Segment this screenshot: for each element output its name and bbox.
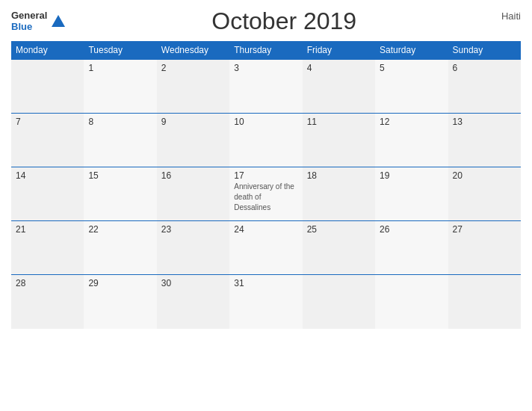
calendar-week-row: 123456 [11, 60, 521, 114]
day-number: 12 [380, 117, 443, 127]
calendar-cell [375, 275, 448, 329]
day-number: 2 [161, 63, 225, 73]
day-number: 14 [16, 170, 79, 181]
day-number: 5 [380, 63, 443, 73]
col-header-saturday: Saturday [375, 41, 448, 60]
calendar-week-row: 28293031 [11, 275, 521, 329]
calendar-cell: 23 [157, 221, 229, 275]
event-label: Anniversary of the death of Dessalines [234, 182, 294, 211]
logo: General Blue [11, 10, 66, 32]
calendar-cell: 11 [303, 114, 375, 167]
calendar-cell: 30 [157, 275, 229, 329]
calendar-cell: 8 [84, 114, 156, 167]
calendar-cell: 5 [375, 60, 448, 114]
calendar-header-row: MondayTuesdayWednesdayThursdayFridaySatu… [11, 41, 521, 60]
calendar-cell: 13 [448, 114, 521, 167]
calendar-cell: 19 [375, 167, 448, 221]
col-header-wednesday: Wednesday [157, 41, 229, 60]
day-number: 25 [307, 224, 371, 235]
day-number: 13 [453, 117, 516, 127]
calendar-cell: 14 [11, 167, 84, 221]
day-number: 27 [453, 224, 516, 235]
day-number: 6 [453, 63, 516, 73]
calendar-cell: 24 [229, 221, 302, 275]
day-number: 9 [161, 117, 225, 127]
day-number: 10 [234, 117, 297, 127]
calendar-cell: 31 [229, 275, 302, 329]
day-number: 28 [16, 278, 79, 288]
calendar-cell: 12 [375, 114, 448, 167]
day-number: 31 [234, 278, 297, 288]
calendar-cell: 20 [448, 167, 521, 221]
day-number: 26 [380, 224, 443, 235]
header: General Blue October 2019 Haiti [11, 7, 521, 35]
calendar-cell [448, 275, 521, 329]
calendar-cell [303, 275, 375, 329]
day-number: 24 [234, 224, 297, 235]
day-number: 8 [88, 117, 152, 127]
calendar-cell: 27 [448, 221, 521, 275]
calendar-cell: 2 [157, 60, 229, 114]
calendar-cell: 4 [303, 60, 375, 114]
calendar-cell [11, 60, 84, 114]
day-number: 22 [88, 224, 152, 235]
day-number: 4 [307, 63, 371, 73]
calendar-cell: 9 [157, 114, 229, 167]
country-label: Haiti [501, 7, 521, 22]
calendar-cell: 22 [84, 221, 156, 275]
logo-icon [50, 13, 66, 30]
day-number: 17 [234, 170, 297, 181]
col-header-thursday: Thursday [229, 41, 302, 60]
calendar-cell: 28 [11, 275, 84, 329]
svg-marker-0 [52, 15, 65, 27]
logo-blue-text: Blue [11, 22, 32, 32]
calendar-cell: 15 [84, 167, 156, 221]
day-number: 29 [88, 278, 152, 288]
col-header-friday: Friday [303, 41, 375, 60]
day-number: 18 [307, 170, 371, 181]
calendar-cell: 3 [229, 60, 302, 114]
calendar-cell: 17Anniversary of the death of Dessalines [229, 167, 302, 221]
calendar-cell: 7 [11, 114, 84, 167]
calendar-week-row: 78910111213 [11, 114, 521, 167]
day-number: 23 [161, 224, 225, 235]
calendar-title: October 2019 [66, 7, 501, 35]
calendar-cell: 26 [375, 221, 448, 275]
col-header-monday: Monday [11, 41, 84, 60]
logo-general-text: General [11, 10, 47, 21]
day-number: 7 [16, 117, 79, 127]
calendar-cell: 25 [303, 221, 375, 275]
day-number: 15 [88, 170, 152, 181]
calendar-week-row: 14151617Anniversary of the death of Dess… [11, 167, 521, 221]
col-header-sunday: Sunday [448, 41, 521, 60]
calendar-cell: 16 [157, 167, 229, 221]
page: General Blue October 2019 Haiti MondayTu… [0, 0, 532, 411]
calendar-cell: 1 [84, 60, 156, 114]
day-number: 3 [234, 63, 297, 73]
day-number: 19 [380, 170, 443, 181]
day-number: 1 [88, 63, 152, 73]
calendar-table: MondayTuesdayWednesdayThursdayFridaySatu… [11, 41, 521, 329]
day-number: 11 [307, 117, 371, 127]
calendar-cell: 6 [448, 60, 521, 114]
day-number: 30 [161, 278, 225, 288]
day-number: 20 [453, 170, 516, 181]
col-header-tuesday: Tuesday [84, 41, 156, 60]
calendar-cell: 29 [84, 275, 156, 329]
calendar-cell: 10 [229, 114, 302, 167]
day-number: 16 [161, 170, 225, 181]
day-number: 21 [16, 224, 79, 235]
calendar-cell: 18 [303, 167, 375, 221]
calendar-week-row: 21222324252627 [11, 221, 521, 275]
calendar-cell: 21 [11, 221, 84, 275]
